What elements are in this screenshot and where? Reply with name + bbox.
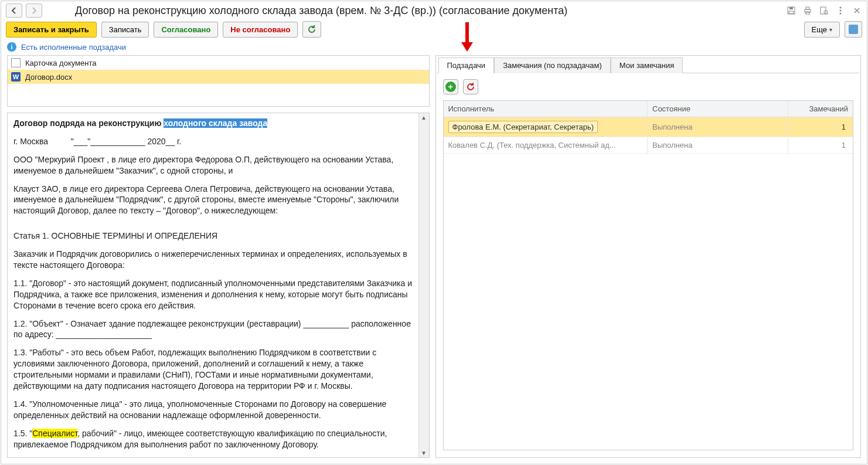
- count-cell: 1: [788, 137, 853, 153]
- count-cell: 1: [788, 119, 853, 135]
- scroll-down-icon[interactable]: ▼: [421, 450, 427, 456]
- doc-para: 1.2. "Объект" - Означает здание подлежащ…: [13, 318, 413, 341]
- save-and-close-button[interactable]: Записать и закрыть: [6, 22, 97, 38]
- doc-para: Заказчик и Подрядчик договорились о ниже…: [13, 249, 413, 271]
- document-preview[interactable]: Договор подряда на реконструкцию холодно…: [8, 113, 418, 457]
- doc-title-prefix: Договор подряда на реконструкцию: [13, 118, 164, 128]
- file-list[interactable]: Карточка документа W Договор.docx: [7, 55, 430, 107]
- col-state[interactable]: Состояние: [648, 101, 788, 117]
- scroll-up-icon[interactable]: ▲: [421, 114, 427, 121]
- svg-rect-2: [789, 11, 794, 13]
- file-label: Карточка документа: [25, 59, 96, 67]
- nav-forward-button[interactable]: [26, 4, 42, 18]
- doc-highlight: Специалист: [32, 429, 77, 438]
- svg-point-9: [840, 7, 842, 9]
- arrow-right-icon: [30, 7, 38, 14]
- table-row[interactable]: Ковалев С.Д. (Тех. поддержка, Системный …: [444, 137, 853, 154]
- tab-remarks-by-subtask[interactable]: Замечания (по подзадачам): [494, 57, 611, 73]
- right-tabs: Подзадачи Замечания (по подзадачам) Мои …: [437, 57, 860, 73]
- word-icon: W: [11, 72, 21, 82]
- main-toolbar: Записать и закрыть Записать Согласовано …: [1, 20, 867, 42]
- more-label: Еще: [812, 25, 827, 34]
- doc-para: Клауст ЗАО, в лице его директора Сергеев…: [13, 184, 413, 217]
- doc-para: ООО "Меркурий Проект , в лице его директ…: [13, 154, 413, 177]
- doc-para: 1.3. "Работы" - это весь объем Работ, по…: [13, 347, 413, 392]
- info-link[interactable]: Есть исполненные подзадачи: [21, 43, 126, 52]
- col-remarks[interactable]: Замечаний: [788, 101, 853, 117]
- refresh-button[interactable]: [302, 21, 321, 38]
- attachment-icon: [849, 25, 858, 34]
- file-label: Договор.docx: [25, 73, 72, 82]
- scrollbar[interactable]: ▲ ▼: [418, 113, 429, 457]
- doc-para: 1.4. "Уполномоченные лица" - это лица, у…: [13, 399, 413, 421]
- svg-line-8: [827, 13, 828, 15]
- svg-rect-4: [806, 7, 809, 9]
- doc-title: Договор подряда на реконструкцию холодно…: [13, 118, 413, 129]
- doc-title-selection: холодного склада завода: [164, 118, 267, 128]
- refresh-icon: [307, 25, 316, 34]
- doc-city-line: г. Москва "___"____________ 2020__ г.: [13, 136, 413, 147]
- close-icon[interactable]: [852, 5, 862, 16]
- doc-text: 1.5. ": [13, 429, 32, 438]
- nav-back-button[interactable]: [6, 4, 22, 18]
- subtask-toolbar: +: [437, 73, 860, 100]
- executor-cell: Ковалев С.Д. (Тех. поддержка, Системный …: [444, 137, 648, 153]
- state-cell: Выполнена: [648, 137, 788, 153]
- save-icon[interactable]: [786, 5, 796, 16]
- grid-header: Исполнитель Состояние Замечаний: [444, 101, 853, 117]
- doc-para: 1.5. "Специалист, рабочий" - лицо, имеющ…: [13, 428, 413, 450]
- preview-icon[interactable]: [819, 5, 829, 16]
- table-row[interactable]: Фролова Е.М. (Секретариат, Секретарь) Вы…: [444, 117, 853, 137]
- file-row-card[interactable]: Карточка документа: [8, 56, 429, 70]
- info-row: i Есть исполненные подзадачи: [1, 42, 867, 55]
- col-executor[interactable]: Исполнитель: [444, 101, 648, 117]
- print-icon[interactable]: [802, 5, 813, 16]
- refresh-icon: [466, 82, 475, 91]
- tab-my-remarks[interactable]: Мои замечания: [611, 57, 683, 73]
- window-title: Договор на реконструкцию холодного склад…: [75, 5, 782, 17]
- more-button[interactable]: Еще: [804, 22, 840, 38]
- card-icon: [11, 58, 21, 67]
- disagree-button[interactable]: Не согласовано: [223, 22, 298, 38]
- doc-article-heading: Статья 1. ОСНОВНЫЕ ТЕРМИНЫ И ОПРЕДЕЛЕНИЯ: [13, 230, 413, 242]
- titlebar: Договор на реконструкцию холодного склад…: [1, 1, 867, 20]
- state-cell: Выполнена: [648, 119, 788, 135]
- svg-point-10: [840, 10, 842, 12]
- subtask-grid[interactable]: Исполнитель Состояние Замечаний Фролова …: [443, 100, 854, 450]
- more-menu-icon[interactable]: [835, 5, 846, 16]
- tab-subtasks[interactable]: Подзадачи: [438, 57, 495, 73]
- executor-cell: Фролова Е.М. (Секретариат, Секретарь): [448, 121, 598, 133]
- doc-para: 1.1. "Договор" - это настоящий документ,…: [13, 278, 413, 311]
- arrow-left-icon: [11, 7, 18, 14]
- plus-icon: +: [445, 82, 456, 92]
- svg-point-11: [840, 13, 842, 15]
- svg-rect-1: [789, 7, 793, 9]
- save-button[interactable]: Записать: [101, 22, 149, 38]
- info-icon: i: [7, 42, 16, 52]
- attachment-button[interactable]: [845, 21, 862, 38]
- file-row-docx[interactable]: W Договор.docx: [8, 70, 429, 84]
- add-subtask-button[interactable]: +: [443, 79, 458, 94]
- refresh-subtasks-button[interactable]: [463, 79, 478, 94]
- agree-button[interactable]: Согласовано: [154, 22, 218, 38]
